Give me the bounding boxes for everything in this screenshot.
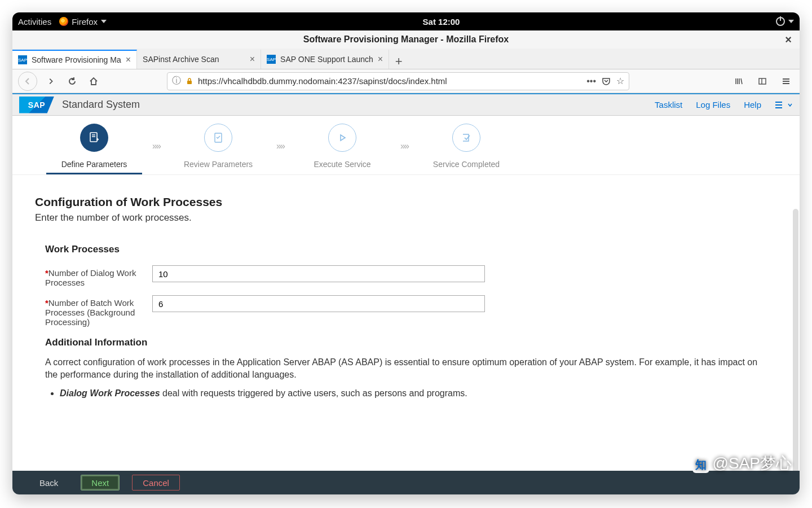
forward-button[interactable] [43, 73, 59, 89]
system-title: Standard System [62, 99, 140, 111]
cancel-button[interactable]: Cancel [132, 475, 180, 491]
tab-label: SAPinst Archive Scan [143, 55, 219, 64]
step-review-parameters[interactable]: Review Parameters [170, 124, 266, 169]
chevron-down-icon[interactable] [788, 20, 794, 23]
tab-sap-one-support[interactable]: SAP SAP ONE Support Launch × [261, 50, 389, 69]
dialog-wp-input[interactable] [152, 265, 485, 282]
header-menu-button[interactable] [775, 101, 793, 109]
logfiles-link[interactable]: Log Files [696, 100, 730, 110]
more-icon[interactable]: ••• [586, 76, 596, 86]
field-dialog-wp: *Number of Dialog Work Processes [45, 265, 777, 287]
chevron-down-icon [101, 20, 107, 23]
step-label: Review Parameters [184, 160, 253, 169]
sap-header: SAP Standard System Tasklist Log Files H… [12, 93, 800, 116]
gnome-app-menu[interactable]: Firefox [59, 17, 107, 27]
field-batch-wp: *Number of Batch Work Processes (Backgro… [45, 295, 777, 327]
hamburger-menu-icon[interactable] [778, 73, 794, 89]
step-service-completed[interactable]: Service Completed [418, 124, 514, 169]
page-subtitle: Enter the number of work processes. [35, 212, 777, 224]
back-button[interactable]: Back [29, 475, 68, 491]
batch-wp-input[interactable] [152, 295, 485, 312]
tab-label: SAP ONE Support Launch [280, 55, 373, 64]
pocket-icon[interactable] [602, 77, 611, 86]
svg-rect-0 [187, 81, 192, 84]
gnome-clock[interactable]: Sat 12:00 [107, 17, 776, 27]
power-icon[interactable] [776, 17, 785, 26]
step-label: Service Completed [433, 160, 500, 169]
new-tab-button[interactable]: + [389, 54, 408, 69]
url-bar[interactable]: ⓘ ••• ☆ [167, 72, 629, 90]
info-heading: Additional Information [45, 337, 777, 348]
info-paragraph: A correct configuration of work processe… [45, 356, 767, 380]
nav-toolbar: ⓘ ••• ☆ [12, 69, 800, 93]
sidebar-icon[interactable] [754, 73, 770, 89]
document-plus-icon [80, 124, 108, 152]
url-input[interactable] [198, 76, 582, 86]
sap-favicon: SAP [18, 55, 27, 64]
info-list-item: Dialog Work Processes deal with requests… [60, 388, 777, 398]
step-define-parameters[interactable]: Define Parameters [46, 124, 142, 169]
firefox-icon [59, 17, 68, 26]
field-label: *Number of Batch Work Processes (Backgro… [45, 295, 152, 327]
page-title: Configuration of Work Processes [35, 195, 777, 209]
gnome-app-label: Firefox [72, 17, 98, 27]
reload-button[interactable] [64, 73, 80, 89]
window-title-bar: Software Provisioning Manager - Mozilla … [12, 30, 800, 49]
step-execute-service[interactable]: Execute Service [294, 124, 390, 169]
gnome-top-bar: Activities Firefox Sat 12:00 [12, 12, 800, 30]
window-close-button[interactable]: × [785, 33, 792, 46]
section-title: Work Processes [45, 244, 777, 255]
next-button[interactable]: Next [81, 475, 120, 491]
info-icon[interactable]: ⓘ [172, 75, 181, 87]
info-list: Dialog Work Processes deal with requests… [60, 388, 777, 398]
sap-logo: SAP [19, 97, 54, 113]
window-title: Software Provisioning Manager - Mozilla … [303, 34, 509, 45]
tab-close-icon[interactable]: × [250, 54, 255, 64]
svg-rect-3 [90, 133, 97, 142]
tab-close-icon[interactable]: × [126, 55, 131, 65]
field-label: *Number of Dialog Work Processes [45, 265, 152, 287]
library-icon[interactable] [731, 73, 747, 89]
tab-sapinst-archive[interactable]: SAPinst Archive Scan × [137, 50, 261, 69]
tasklist-link[interactable]: Tasklist [655, 100, 682, 110]
check-square-icon [452, 124, 480, 152]
scrollbar[interactable] [793, 209, 798, 471]
tab-close-icon[interactable]: × [378, 54, 383, 64]
star-icon[interactable]: ☆ [616, 76, 624, 86]
footer-bar: Back Next Cancel [12, 471, 800, 494]
chevron-right-icon: »» [142, 141, 170, 151]
step-label: Define Parameters [61, 160, 127, 169]
sap-favicon: SAP [267, 55, 276, 64]
tab-label: Software Provisioning Ma [32, 55, 121, 64]
play-icon [328, 124, 356, 152]
gnome-activities[interactable]: Activities [18, 17, 51, 27]
home-button[interactable] [86, 73, 102, 89]
tab-strip: SAP Software Provisioning Ma × SAPinst A… [12, 49, 800, 69]
chevron-right-icon: »» [390, 141, 418, 151]
checklist-icon [204, 124, 232, 152]
wizard-steps: Define Parameters »» Review Parameters »… [12, 116, 800, 175]
main-content: Configuration of Work Processes Enter th… [12, 175, 800, 471]
back-button[interactable] [18, 72, 37, 91]
security-warning-icon[interactable] [186, 77, 193, 85]
step-label: Execute Service [314, 160, 370, 169]
svg-rect-1 [759, 78, 766, 84]
chevron-right-icon: »» [266, 141, 294, 151]
help-link[interactable]: Help [744, 100, 761, 110]
tab-software-provisioning[interactable]: SAP Software Provisioning Ma × [12, 50, 137, 69]
